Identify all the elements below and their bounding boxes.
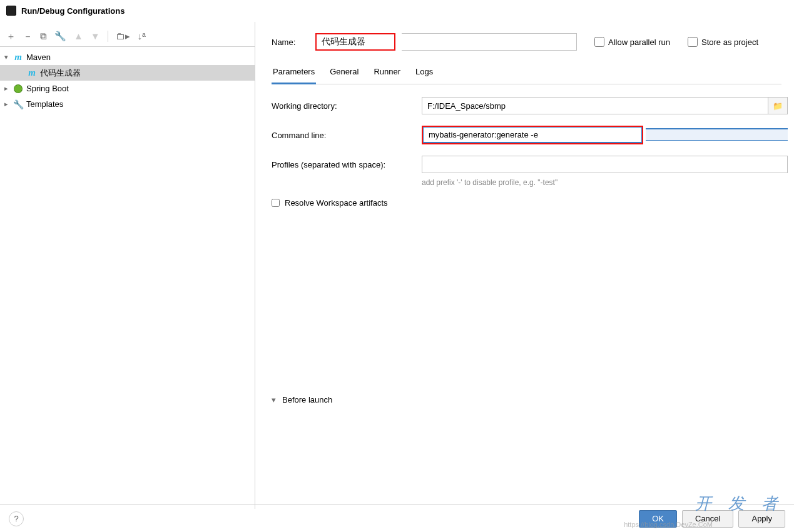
- name-row: Name: Allow parallel run Store as projec…: [272, 33, 794, 51]
- tabs: Parameters General Runner Logs: [272, 62, 781, 84]
- sort-icon[interactable]: ↓ª: [138, 31, 146, 41]
- resolve-workspace-checkbox[interactable]: Resolve Workspace artifacts: [272, 198, 794, 208]
- command-line-row: Command line:: [272, 126, 794, 144]
- profiles-row: Profiles (separated with space):: [272, 156, 794, 173]
- sidebar-toolbar: ＋ － ⧉ 🔧 ▲ ▼ 🗀▸ ↓ª: [0, 26, 255, 47]
- maven-icon: m: [13, 52, 24, 63]
- parameters-form: Working directory: 📁 Command line: Profi…: [272, 84, 794, 404]
- working-dir-row: Working directory: 📁: [272, 97, 794, 114]
- maven-icon: m: [26, 68, 38, 78]
- working-dir-input[interactable]: [422, 97, 768, 114]
- before-launch-section[interactable]: ▾ Before launch: [272, 395, 794, 404]
- profiles-hint: add prefix '-' to disable profile, e.g. …: [422, 178, 794, 187]
- window-title: Run/Debug Configurations: [21, 6, 125, 16]
- footer: ? OK Cancel Apply: [0, 504, 794, 532]
- add-icon[interactable]: ＋: [6, 31, 16, 41]
- tree-label: Spring Boot: [24, 84, 69, 93]
- name-input[interactable]: [317, 34, 394, 49]
- tree-label: Templates: [24, 99, 63, 109]
- separator: [108, 31, 108, 42]
- chevron-right-icon: ▸: [0, 84, 13, 93]
- highlight-box: [422, 126, 643, 144]
- profiles-input[interactable]: [422, 156, 788, 173]
- chevron-down-icon: ▾: [0, 53, 13, 61]
- content-panel: Name: Allow parallel run Store as projec…: [255, 22, 794, 509]
- help-icon[interactable]: ?: [9, 511, 24, 526]
- cancel-button[interactable]: Cancel: [682, 510, 733, 528]
- browse-folder-icon[interactable]: 📁: [768, 97, 788, 114]
- copy-icon[interactable]: ⧉: [40, 31, 47, 41]
- title-bar: Run/Debug Configurations: [0, 0, 794, 21]
- config-tree: ▾ m Maven m 代码生成器 ▸ Spring Boot ▸ 🔧 Temp…: [0, 47, 255, 509]
- tab-runner[interactable]: Runner: [372, 62, 402, 84]
- name-label: Name:: [272, 38, 307, 47]
- apply-button[interactable]: Apply: [738, 510, 785, 528]
- checkbox-icon[interactable]: [688, 37, 698, 47]
- store-project-checkbox[interactable]: Store as project: [688, 37, 758, 47]
- highlight-box: [315, 33, 395, 51]
- ok-button[interactable]: OK: [639, 510, 677, 528]
- chevron-right-icon: ▸: [0, 100, 13, 108]
- command-line-label: Command line:: [272, 131, 422, 140]
- working-dir-label: Working directory:: [272, 101, 422, 111]
- checkbox-icon[interactable]: [594, 37, 604, 47]
- chevron-down-icon: ▾: [272, 395, 276, 404]
- checkbox-label: Allow parallel run: [608, 38, 670, 47]
- folder-icon[interactable]: 🗀▸: [116, 31, 130, 41]
- tree-node-maven[interactable]: ▾ m Maven: [0, 49, 255, 65]
- app-icon: [6, 6, 16, 16]
- wrench-icon: 🔧: [13, 99, 24, 109]
- tree-node-maven-child[interactable]: m 代码生成器: [0, 65, 255, 81]
- remove-icon[interactable]: －: [23, 31, 33, 41]
- sidebar: ＋ － ⧉ 🔧 ▲ ▼ 🗀▸ ↓ª ▾ m Maven m 代码生成器 ▸: [0, 22, 255, 509]
- before-launch-label: Before launch: [282, 395, 332, 404]
- checkbox-label: Resolve Workspace artifacts: [285, 198, 388, 208]
- tree-node-templates[interactable]: ▸ 🔧 Templates: [0, 96, 255, 112]
- tree-label: Maven: [24, 53, 51, 62]
- name-input-ext[interactable]: [402, 33, 577, 51]
- checkbox-label: Store as project: [701, 38, 758, 47]
- tree-label: 代码生成器: [38, 68, 81, 79]
- checkbox-icon[interactable]: [272, 199, 280, 207]
- tree-node-spring[interactable]: ▸ Spring Boot: [0, 81, 255, 96]
- tab-logs[interactable]: Logs: [414, 62, 434, 84]
- spring-icon: [13, 84, 24, 93]
- command-line-input[interactable]: [423, 127, 642, 143]
- tab-parameters[interactable]: Parameters: [272, 62, 316, 84]
- command-line-input-ext[interactable]: [646, 128, 788, 141]
- down-icon[interactable]: ▼: [91, 31, 100, 41]
- main-area: ＋ － ⧉ 🔧 ▲ ▼ 🗀▸ ↓ª ▾ m Maven m 代码生成器 ▸: [0, 21, 794, 509]
- tab-general[interactable]: General: [328, 62, 360, 84]
- allow-parallel-checkbox[interactable]: Allow parallel run: [594, 37, 670, 47]
- wrench-icon[interactable]: 🔧: [54, 31, 66, 41]
- profiles-label: Profiles (separated with space):: [272, 160, 422, 169]
- up-icon[interactable]: ▲: [74, 31, 83, 41]
